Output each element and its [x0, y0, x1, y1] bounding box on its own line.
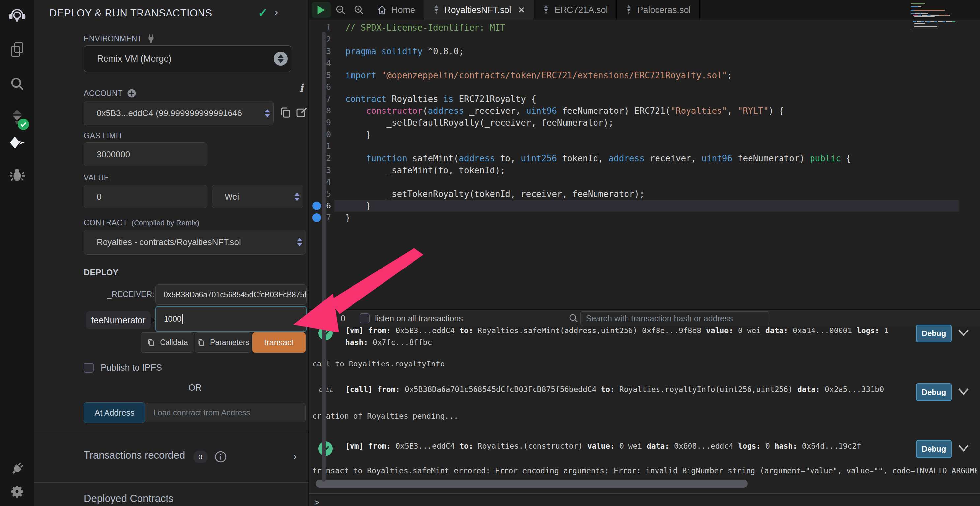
- transactions-expand-chevron-icon[interactable]: ›: [293, 450, 297, 462]
- code-line-12: 12 function safeMint(address to, uint256…: [309, 153, 980, 164]
- activity-settings-icon[interactable]: [0, 478, 34, 505]
- copy-icon: [147, 338, 155, 348]
- terminal-toolbar: 0 listen on all transactions: [309, 310, 980, 326]
- environment-info-icon[interactable]: i: [299, 82, 303, 94]
- activity-solidity-compiler-icon[interactable]: [0, 104, 34, 130]
- parameters-button[interactable]: Parameters: [195, 333, 251, 353]
- tab-home[interactable]: Home: [368, 0, 424, 20]
- or-label: OR: [188, 383, 202, 393]
- activity-deploy-run-icon[interactable]: [0, 130, 34, 156]
- expand-tx-chevron-icon[interactable]: [958, 329, 969, 337]
- environment-select[interactable]: Remix VM (Merge): [84, 45, 291, 72]
- deploy-section-title: DEPLOY: [84, 268, 119, 277]
- add-account-icon[interactable]: [127, 88, 137, 98]
- line-number[interactable]: 10: [309, 129, 331, 140]
- line-number[interactable]: 3: [309, 46, 331, 57]
- at-address-input[interactable]: Load contract from Address: [145, 403, 305, 422]
- activity-logo-icon[interactable]: [0, 4, 34, 30]
- panel-title: DEPLOY & RUN TRANSACTIONS: [49, 7, 212, 19]
- account-select-arrows-icon: [265, 109, 270, 118]
- zoom-out-button[interactable]: [331, 0, 350, 20]
- transactions-info-icon[interactable]: [214, 450, 228, 464]
- line-number[interactable]: 17: [309, 212, 331, 224]
- activity-search-icon[interactable]: [0, 71, 34, 97]
- transactions-count-badge: 0: [193, 450, 208, 463]
- editor-minimap[interactable]: [911, 3, 977, 31]
- contract-sublabel: (Compiled by Remix): [132, 219, 199, 227]
- line-number[interactable]: 9: [309, 117, 331, 129]
- tab-paloceras-sol[interactable]: Paloceras.sol: [617, 0, 699, 20]
- line-number[interactable]: 7: [309, 93, 331, 105]
- line-number[interactable]: 2: [309, 33, 331, 46]
- line-number[interactable]: 11: [309, 140, 331, 153]
- run-script-button[interactable]: [312, 2, 331, 18]
- activity-bar: [0, 0, 34, 506]
- value-unit-select[interactable]: Wei: [212, 185, 303, 208]
- publish-ipfs-checkbox[interactable]: [84, 363, 94, 373]
- gas-limit-input[interactable]: 3000000: [84, 143, 207, 166]
- value-input[interactable]: 0: [84, 185, 207, 208]
- debug-button[interactable]: Debug: [916, 440, 951, 458]
- edit-account-icon[interactable]: [296, 106, 309, 119]
- line-number[interactable]: 6: [309, 81, 331, 93]
- tab-royaltiesnft-sol[interactable]: RoyaltiesNFT.sol✕: [424, 0, 534, 20]
- line-number[interactable]: 14: [309, 176, 331, 188]
- debug-button[interactable]: Debug: [916, 325, 951, 342]
- activity-file-explorer-icon[interactable]: [0, 36, 34, 63]
- line-number[interactable]: 1: [309, 22, 331, 33]
- line-number[interactable]: 8: [309, 105, 331, 117]
- divider: [309, 493, 980, 494]
- zoom-in-button[interactable]: [350, 0, 368, 20]
- code-line-15: 15 _setTokenRoyalty(tokenId, receiver, f…: [309, 188, 980, 200]
- compile-success-check-icon: ✓: [258, 6, 268, 20]
- line-number[interactable]: 12: [309, 153, 331, 164]
- line-number[interactable]: 5: [309, 69, 331, 81]
- contract-select[interactable]: Royalties - contracts/RoyaltiesNFT.sol: [84, 229, 306, 255]
- expand-tx-chevron-icon[interactable]: [958, 387, 969, 396]
- code-line-3: 3pragma solidity ^0.8.0;: [309, 46, 980, 57]
- compiler-success-badge: [18, 119, 29, 130]
- tab-label: RoyaltiesNFT.sol: [444, 5, 511, 15]
- line-number[interactable]: 4: [309, 57, 331, 69]
- transact-button[interactable]: transact: [252, 333, 305, 353]
- play-icon: [317, 5, 325, 15]
- account-select[interactable]: 0x5B3...eddC4 (99.999999999991646: [84, 101, 274, 125]
- pending-tx-count: 0: [340, 314, 345, 323]
- activity-plugin-manager-icon[interactable]: [0, 455, 34, 482]
- home-icon: [377, 5, 387, 15]
- code-line-13: 13 _safeMint(to, tokenId);: [309, 164, 980, 176]
- terminal-prompt[interactable]: >: [314, 497, 320, 506]
- code-line-16: 16 }: [309, 200, 980, 212]
- panel-scrollbar[interactable]: [322, 32, 326, 482]
- fee-numerator-input[interactable]: 1000: [155, 306, 307, 332]
- deploy-run-panel: DEPLOY & RUN TRANSACTIONS ✓ › ENVIRONMEN…: [34, 0, 308, 506]
- activity-debugger-icon[interactable]: [0, 162, 34, 188]
- gas-limit-label: GAS LIMIT: [84, 131, 123, 140]
- line-number[interactable]: 15: [309, 188, 331, 200]
- solidity-icon: [542, 5, 550, 15]
- terminal-horizontal-scrollbar[interactable]: [315, 480, 748, 487]
- listen-all-transactions-checkbox[interactable]: [360, 313, 370, 323]
- receiver-input[interactable]: 0x5B38Da6a701c568545dCfcB03FcB875f5: [155, 284, 307, 305]
- code-line-11: 11: [309, 140, 980, 153]
- value-unit-arrows-icon: [294, 193, 300, 201]
- at-address-button[interactable]: At Address: [84, 403, 145, 423]
- terminal-expand-icon[interactable]: [309, 314, 323, 323]
- code-area[interactable]: 1// SPDX-License-Identifier: MIT23pragma…: [309, 20, 980, 309]
- panel-collapse-chevron-icon[interactable]: ›: [274, 5, 278, 18]
- calldata-button[interactable]: Calldata: [141, 333, 194, 353]
- account-label: ACCOUNT: [84, 88, 137, 98]
- account-value: 0x5B3...eddC4 (99.999999999991646: [97, 108, 242, 118]
- tab-erc721a-sol[interactable]: ERC721A.sol: [534, 0, 617, 20]
- expand-tx-chevron-icon[interactable]: [958, 444, 969, 453]
- contract-value: Royalties - contracts/RoyaltiesNFT.sol: [97, 237, 241, 247]
- terminal-search-input[interactable]: [580, 311, 769, 325]
- current-line-highlight: [334, 200, 959, 212]
- publish-ipfs-label: Publish to IPFS: [100, 363, 162, 373]
- line-number[interactable]: 16: [309, 200, 331, 212]
- close-tab-icon[interactable]: ✕: [518, 5, 525, 15]
- line-number[interactable]: 13: [309, 164, 331, 176]
- copy-account-icon[interactable]: [279, 105, 292, 120]
- code-line-1: 1// SPDX-License-Identifier: MIT: [309, 22, 980, 33]
- debug-button[interactable]: Debug: [916, 383, 951, 401]
